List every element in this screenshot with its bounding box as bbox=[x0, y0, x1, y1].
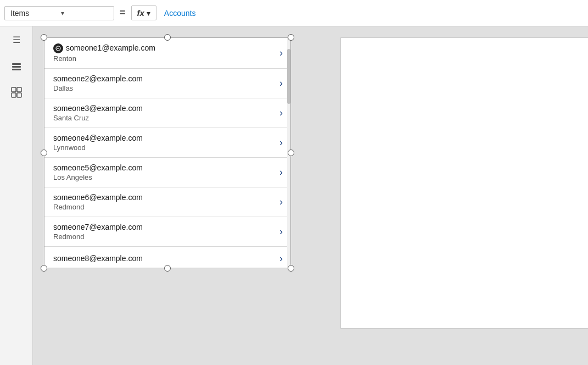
list-item[interactable]: someone6@example.com Redmond › bbox=[44, 187, 290, 217]
list-item-content: someone3@example.com Santa Cruz bbox=[53, 104, 275, 122]
list-component: someone1@example.com Renton › someone2@e… bbox=[44, 37, 291, 268]
list-item-email: someone8@example.com bbox=[53, 254, 275, 263]
list-item-email: someone6@example.com bbox=[53, 193, 275, 202]
sidebar: ☰ bbox=[0, 26, 33, 365]
resize-handle-bottom-left[interactable] bbox=[41, 265, 47, 272]
list-item-chevron: › bbox=[279, 226, 283, 237]
list-item-city: Dallas bbox=[53, 84, 275, 92]
scrollbar-thumb[interactable] bbox=[287, 49, 290, 104]
svg-rect-1 bbox=[12, 66, 21, 68]
accounts-link[interactable]: Accounts bbox=[159, 9, 201, 18]
list-item-chevron: › bbox=[279, 78, 283, 89]
list-item-content: someone1@example.com Renton bbox=[53, 43, 275, 63]
list-item-chevron: › bbox=[279, 47, 283, 59]
main-area: someone1@example.com Renton › someone2@e… bbox=[33, 26, 588, 365]
list-item-city: Redmond bbox=[53, 233, 275, 241]
equals-symbol: = bbox=[116, 7, 129, 19]
svg-rect-6 bbox=[17, 93, 21, 97]
list-item-email: someone5@example.com bbox=[53, 163, 275, 172]
list-item-content: someone8@example.com bbox=[53, 254, 275, 263]
menu-icon[interactable]: ☰ bbox=[9, 32, 24, 47]
list-item-content: someone4@example.com Lynnwood bbox=[53, 134, 275, 152]
svg-rect-0 bbox=[12, 63, 21, 65]
resize-handle-top-left[interactable] bbox=[41, 34, 47, 41]
list-item-chevron: › bbox=[279, 253, 283, 264]
list-item[interactable]: someone4@example.com Lynnwood › bbox=[44, 128, 290, 158]
right-panel bbox=[340, 37, 588, 329]
resize-handle-top-center[interactable] bbox=[164, 34, 171, 41]
list-item-content: someone6@example.com Redmond bbox=[53, 193, 275, 211]
svg-rect-5 bbox=[12, 93, 16, 97]
list-item[interactable]: someone3@example.com Santa Cruz › bbox=[44, 98, 290, 128]
list-item-chevron: › bbox=[279, 196, 283, 208]
list-item-email: someone2@example.com bbox=[53, 74, 275, 83]
items-dropdown[interactable]: Items ▾ bbox=[4, 6, 114, 20]
list-item-content: someone7@example.com Redmond bbox=[53, 223, 275, 241]
list-item[interactable]: someone1@example.com Renton › bbox=[44, 38, 290, 69]
layers-icon[interactable] bbox=[9, 58, 24, 74]
list-item-email: someone7@example.com bbox=[53, 223, 275, 231]
svg-rect-2 bbox=[12, 69, 21, 70]
svg-rect-4 bbox=[17, 87, 21, 92]
list-item[interactable]: someone2@example.com Dallas › bbox=[44, 69, 290, 98]
list-item-email: someone1@example.com bbox=[53, 43, 275, 53]
fx-chevron: ▾ bbox=[147, 9, 150, 18]
list-item-chevron: › bbox=[279, 167, 283, 178]
list-item-city: Santa Cruz bbox=[53, 114, 275, 122]
list-item[interactable]: someone5@example.com Los Angeles › bbox=[44, 158, 290, 187]
fx-label: fx bbox=[137, 8, 144, 18]
items-dropdown-label: Items bbox=[10, 9, 58, 18]
list-item-city: Lynnwood bbox=[53, 143, 275, 152]
list-item-city: Redmond bbox=[53, 203, 275, 211]
list-item-email: someone4@example.com bbox=[53, 134, 275, 142]
grid-icon[interactable] bbox=[9, 85, 24, 100]
items-dropdown-chevron: ▾ bbox=[61, 9, 108, 17]
toolbar: Items ▾ = fx ▾ Accounts bbox=[0, 0, 588, 26]
resize-handle-top-right[interactable] bbox=[288, 34, 294, 41]
list-item-chevron: › bbox=[279, 137, 283, 148]
list-item-content: someone5@example.com Los Angeles bbox=[53, 163, 275, 181]
svg-rect-3 bbox=[12, 87, 16, 92]
list-item-city: Renton bbox=[53, 54, 275, 63]
list-item-city: Los Angeles bbox=[53, 173, 275, 181]
list-item-email: someone3@example.com bbox=[53, 104, 275, 113]
list-item[interactable]: someone7@example.com Redmond › bbox=[44, 217, 290, 247]
resize-handle-middle-right[interactable] bbox=[288, 150, 294, 156]
fx-button[interactable]: fx ▾ bbox=[131, 5, 156, 20]
resize-handle-bottom-right[interactable] bbox=[288, 265, 294, 272]
resize-handle-bottom-center[interactable] bbox=[164, 265, 171, 272]
list-component-wrapper: someone1@example.com Renton › someone2@e… bbox=[44, 37, 291, 268]
list-item-chevron: › bbox=[279, 107, 283, 119]
list-item-content: someone2@example.com Dallas bbox=[53, 74, 275, 92]
